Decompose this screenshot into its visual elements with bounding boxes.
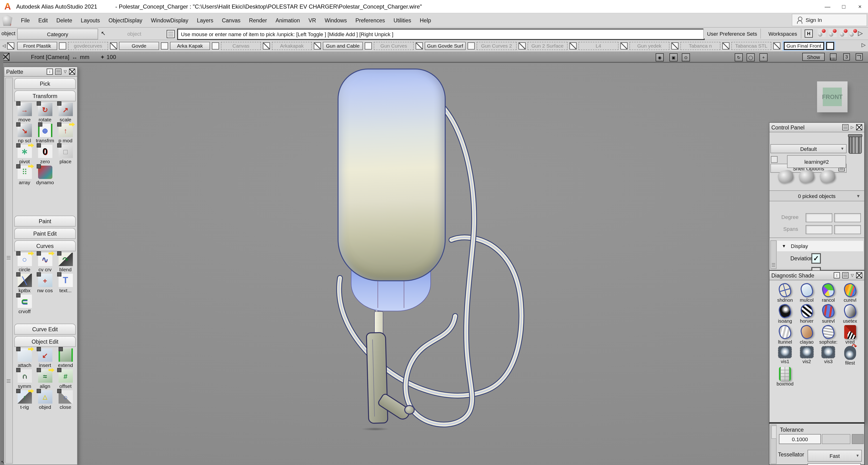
view-3-button[interactable]: 3 (843, 53, 850, 61)
layer-gun-2-surface-diagonal-icon[interactable] (569, 42, 577, 49)
menu-animation[interactable]: Animation (271, 18, 304, 23)
layer-gun-final-front-visibility-checkbox[interactable] (826, 42, 834, 50)
layer-tab-arkakapak[interactable]: Arkakapak (272, 42, 312, 50)
deviation-checkbox[interactable]: ✓ (811, 253, 821, 264)
camera-label[interactable]: Front [Camera] (31, 54, 69, 60)
object-name-field[interactable]: object (114, 29, 154, 38)
tolerance-slider-track[interactable] (822, 434, 850, 444)
tool-symm[interactable]: ∩symm (14, 369, 35, 389)
close-button[interactable]: × (852, 0, 868, 13)
shelf-tool-1-icon[interactable] (777, 169, 794, 184)
tool-p-mod[interactable]: ↑p mod (55, 124, 76, 143)
hotkeys-button[interactable]: H (805, 30, 813, 38)
menu-help[interactable]: Help (415, 18, 435, 23)
tool-dynamo[interactable]: dynamo (35, 166, 55, 185)
tessellator-dropdown[interactable]: Fast ▼ (808, 450, 862, 462)
ruler-icon[interactable] (830, 53, 837, 61)
toolbar-expand-arrow[interactable]: ▷ (858, 30, 863, 37)
pan-view-icon[interactable]: + (760, 53, 768, 61)
palette-tab-curve-edit[interactable]: Curve Edit (14, 324, 76, 335)
layer-tab-canvas[interactable]: Canvas (221, 42, 261, 50)
layer-tab-govde[interactable]: Govde (119, 42, 159, 50)
diagnostic-tool-vis2[interactable]: vis2 (796, 346, 817, 366)
palette-tab-object-edit[interactable]: Object Edit (14, 336, 76, 347)
layer-tab-govdecurves[interactable]: govdecurves (68, 42, 108, 50)
diagnostic-tool-horver[interactable]: horver (796, 304, 817, 324)
layer-arkakapak-diagonal-icon[interactable] (314, 42, 321, 49)
sign-in-button[interactable]: Sign In (792, 14, 867, 26)
layer-gun-govde-surf-visibility-checkbox[interactable] (468, 42, 475, 49)
diagnostic-tool-vis3[interactable]: vis3 (817, 346, 839, 366)
tool-close[interactable]: ○close (55, 390, 76, 410)
camcorder-icon[interactable]: ▣ (670, 53, 678, 61)
trash-icon[interactable] (848, 136, 862, 154)
diagnostic-tool-vis1[interactable]: vis1 (774, 346, 796, 366)
spans-input-2[interactable] (834, 225, 861, 234)
shelf-tool-2-icon[interactable] (798, 169, 815, 184)
diagnostic-tool-curevl[interactable]: curevl (839, 283, 861, 303)
tool-pivot[interactable]: ∗pivot (14, 145, 35, 164)
maximize-button[interactable]: □ (836, 0, 852, 13)
layer-tab-gun-final-front[interactable]: Gun Final Front (784, 42, 824, 50)
diagnostic-menu-icon[interactable] (842, 272, 848, 278)
tool-rotate[interactable]: ↻rotate (35, 103, 55, 122)
tool-text[interactable]: Ttext... (55, 274, 76, 293)
tool-array[interactable]: ⠿array (14, 166, 35, 185)
diagnostic-collapse-icon[interactable]: ↕ (834, 272, 840, 278)
layer-tab-gun-yedek[interactable]: Gun yedek (629, 42, 670, 50)
diagnostic-tool-rancol[interactable]: rancol (817, 283, 839, 303)
tool-t-rig[interactable]: ↑t-rig (14, 390, 35, 410)
palette-grip-icon[interactable] (7, 255, 10, 259)
menu-canvas[interactable]: Canvas (218, 18, 245, 23)
diagnostic-tool-clayao[interactable]: clayao (796, 325, 817, 344)
layer-tab-arka-kapak[interactable]: Arka Kapak (170, 42, 210, 50)
palette-tab-paint-edit[interactable]: Paint Edit (14, 228, 76, 239)
diagnostic-tool-mulcol[interactable]: mulcol (796, 283, 817, 303)
diagnostic-tool-sophote[interactable]: sophote: (817, 325, 839, 344)
user-preference-sets-button[interactable]: User Preference Sets (703, 29, 761, 38)
palette-tab-curves[interactable]: Curves (14, 240, 76, 251)
layer-govde-visibility-checkbox[interactable] (161, 42, 168, 49)
control-panel-close-icon[interactable] (856, 124, 862, 130)
tool-move[interactable]: →move (14, 103, 35, 122)
tool-circle[interactable]: ○circle (14, 253, 35, 272)
viewport-canvas[interactable]: FRONT (0, 63, 868, 465)
tool-cv-crv[interactable]: ∿cv crv (35, 253, 55, 272)
menu-file[interactable]: File (17, 18, 34, 23)
diagnostic-close-icon[interactable] (856, 272, 862, 278)
menu-layouts[interactable]: Layouts (76, 18, 104, 23)
menu-windows[interactable]: Windows (320, 18, 351, 23)
palette-menu-icon[interactable] (55, 69, 61, 75)
layer-tab-gun-curves-2[interactable]: Gun Curves 2 (476, 42, 517, 50)
spans-input-1[interactable] (806, 225, 832, 234)
diagnostic-tool-ltunnel[interactable]: ltunnel (774, 325, 796, 344)
prompt-input[interactable]: Use mouse or enter name of item to pick … (177, 29, 705, 40)
layer-tab-l4[interactable]: L4 (579, 42, 619, 50)
tool-nw-cos[interactable]: +nw cos (35, 274, 55, 293)
tool-zero[interactable]: 0zero (35, 145, 55, 164)
tool-kptbx[interactable]: ╲kptbx (14, 274, 35, 293)
tool-scale[interactable]: ↗scale (55, 103, 76, 122)
menu-windowdisplay[interactable]: WindowDisplay (147, 18, 193, 23)
layer-tabancaa-stl-diagonal-icon[interactable] (773, 42, 780, 49)
shelf-tool-3-icon[interactable] (819, 169, 836, 184)
layer-tab-tabancaa-stl[interactable]: Tabancaa STL (731, 42, 771, 50)
menu-vr[interactable]: VR (304, 18, 320, 23)
degree-input-2[interactable] (834, 213, 861, 222)
menu-edit[interactable]: Edit (34, 18, 52, 23)
layer-tab-gun-2-surface[interactable]: Gun 2 Surface (528, 42, 567, 50)
tool-blend[interactable]: ↷blend (55, 253, 76, 272)
diagnostic-tool-shdnon[interactable]: shdnon (774, 283, 796, 303)
zoom-lens-icon[interactable]: ⊙ (682, 53, 690, 61)
diagnostic-tool-vred[interactable]: vred (839, 325, 861, 344)
tool-insert[interactable]: ↙insert (35, 348, 55, 368)
display-collapse-icon[interactable]: ▼ (782, 244, 786, 248)
layer-diagonal-icon[interactable] (7, 42, 14, 49)
control-panel-menu-icon[interactable] (842, 124, 848, 130)
preset-dropdown[interactable]: Default▼ (770, 144, 846, 153)
layer-arka-kapak-visibility-checkbox[interactable] (212, 42, 219, 49)
shelf-tab-learning2[interactable]: learning#2 (787, 155, 846, 168)
palette-tab-transform[interactable]: Transform (14, 91, 76, 101)
tool-offset[interactable]: #offset (55, 369, 76, 389)
menu-delete[interactable]: Delete (52, 18, 77, 23)
